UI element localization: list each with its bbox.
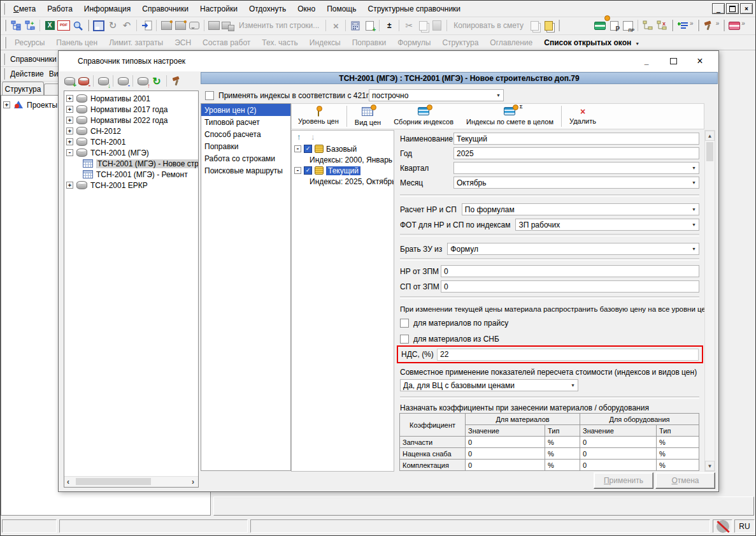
pb-indeksy[interactable]: Индексы [304,37,346,48]
restore-button[interactable] [726,3,739,14]
cancel-button[interactable]: Отмена [655,472,715,489]
expander-icon[interactable]: + [66,106,73,113]
tree-item[interactable]: ТСН-2001 (МГЭ) - Ремонт [66,169,188,180]
expander-icon[interactable]: + [66,182,73,189]
status-lang-cell[interactable]: RU [734,519,755,533]
eq-value-cell[interactable]: 0 [580,448,657,460]
month-combo[interactable]: Октябрь▼ [453,177,699,189]
category-popravki[interactable]: Поправки [201,140,290,152]
pb-sostav-rabot[interactable]: Состав работ [197,37,256,48]
pb-struktura[interactable]: Структура [436,37,484,48]
mat-value-cell[interactable]: 0 [466,437,545,448]
panelbar-grip[interactable] [4,37,6,48]
refresh-button[interactable]: ↻ [150,73,164,89]
mat-type-cell[interactable]: % [545,437,580,448]
server-settings-2-icon[interactable]: ● [173,18,187,33]
pb-panel-tsen[interactable]: Панель цен [50,37,103,48]
dialog-titlebar[interactable]: Справочник типовых настроек _ × [59,51,718,71]
add-structure-icon[interactable]: + [23,18,37,33]
normbase-book-icon[interactable] [593,18,607,33]
tree-item-selected[interactable]: ТСН-2001 (МГЭ) - Новое стро [66,158,199,169]
pb-oglavlenie[interactable]: Оглавление [484,37,538,48]
tree-item[interactable]: +СН-2012 [66,126,121,136]
category-rabota-so-strokami[interactable]: Работа со строками [201,152,290,164]
toolbar-grip[interactable] [697,20,699,31]
menu-smeta[interactable]: Смета [8,3,41,15]
edit-structure-2-icon[interactable]: x [655,18,669,33]
expander-icon[interactable]: - [294,167,301,174]
menu-nastroyki[interactable]: Настройки [194,3,243,15]
bg-menu-deystvie[interactable]: Действие [8,69,49,78]
horizontal-scrollbar[interactable]: ‹ › [64,476,198,487]
refresh-icon[interactable]: ↻ [106,18,120,33]
expander-icon[interactable]: + [66,95,73,102]
price-level-base[interactable]: - ✓ Базовый [294,143,357,154]
category-tipovoy-raschet[interactable]: Типовой расчет [201,116,290,128]
checked-checkbox-icon[interactable]: ✓ [304,145,312,153]
menu-okno[interactable]: Окно [292,3,321,15]
eq-type-cell[interactable]: % [657,437,699,448]
search-icon[interactable] [71,18,85,33]
toolbar-grip[interactable] [723,20,725,31]
dialog-close-button[interactable]: × [687,51,713,71]
books-icon[interactable] [727,18,741,33]
price-level-base-indexes[interactable]: Индексы: 2000, Январь [310,154,392,165]
overflow-chevron-icon[interactable]: » [690,20,694,27]
estimate-indexes-button[interactable]: ΣИндексы по смете в целом [460,104,560,129]
year-field[interactable]: 2025 [453,147,699,159]
pdf-export-icon[interactable]: PDF [57,18,71,33]
minimize-button[interactable]: _ [712,3,725,14]
add-database-button[interactable]: + [62,73,76,89]
pb-resursy[interactable]: Ресурсы [9,37,50,48]
tree-item[interactable]: +Нормативы 2022 года [66,115,168,126]
scroll-down-icon[interactable]: ▼ [705,461,715,471]
edit-structure-icon[interactable] [641,18,655,33]
bg-tree-item-proekty[interactable]: + Проекты [3,99,57,110]
category-sposob-rascheta[interactable]: Способ расчета [201,128,290,140]
comment-settings-icon[interactable] [187,18,201,33]
expander-icon[interactable]: - [294,145,301,152]
vat-field[interactable]: 22 [437,349,699,361]
menubar-grip[interactable] [3,3,5,15]
expander-icon[interactable]: + [66,138,73,145]
name-field[interactable]: Текущий [453,133,699,145]
toolbar-grip[interactable] [4,20,6,31]
scroll-right-icon[interactable]: › [192,477,194,486]
mat-type-cell[interactable]: % [545,460,580,471]
mat-value-cell[interactable]: 0 [466,448,545,460]
save-icon[interactable] [92,18,106,33]
remove-database-button[interactable]: - [76,73,90,89]
bg-tab-struktura[interactable]: Структура [2,82,44,96]
copy-icon[interactable] [416,18,430,33]
price-level-current-indexes[interactable]: Индексы: 2025, Октябрь [310,176,394,187]
eq-type-cell[interactable]: % [657,460,699,471]
clear-row-icon[interactable]: × [329,18,343,33]
move-up-icon[interactable]: ↑ [297,132,301,141]
mat-type-cell[interactable]: % [545,448,580,460]
scrollbar-thumb[interactable] [76,478,151,485]
add-sheet-icon[interactable]: + [362,18,376,33]
copy-document-gold-icon[interactable] [541,18,555,33]
pb-esn[interactable]: ЭСН [169,37,197,48]
price-pr-icon[interactable]: ПР [621,18,635,33]
category-poiskovye-marshruty[interactable]: Поисковые маршруты [201,164,290,177]
fot-combo[interactable]: ЗП рабочих▼ [515,219,699,231]
overflow-chevron-icon[interactable]: » [741,20,745,27]
pb-tekh-chast[interactable]: Тех. часть [256,37,303,48]
list-add-icon[interactable] [676,18,690,33]
menu-pomosch[interactable]: Помощь [321,3,362,15]
pb-limit-zatraty[interactable]: Лимит. затраты [103,37,169,48]
update-database-button[interactable]: ↑ [136,73,150,89]
tree-item[interactable]: +Нормативы 2017 года [66,104,168,115]
hammer-icon[interactable] [702,18,716,33]
sp-zpm-field[interactable]: 0 [441,280,699,293]
excel-export-icon[interactable]: X [43,18,57,33]
undo-icon[interactable]: ↶ [120,18,134,33]
tree-item[interactable]: +ТСН-2001 [66,136,125,147]
move-down-icon[interactable]: ↓ [311,132,315,141]
apply-button[interactable]: Применить [594,472,653,489]
menu-spravochniki[interactable]: Справочники [136,3,194,15]
detach-database-button[interactable]: - [116,73,130,89]
toolbar-grip[interactable] [671,20,673,31]
nr-sp-combo[interactable]: По формулам▼ [462,203,699,215]
